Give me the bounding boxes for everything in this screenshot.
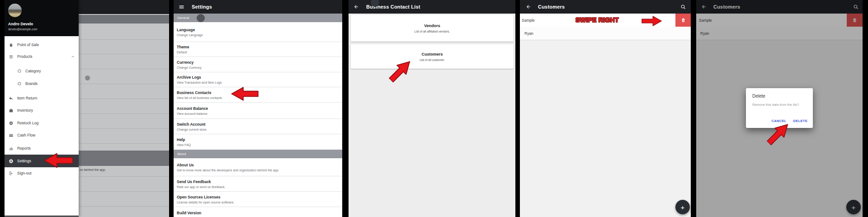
- row-title: Language: [177, 28, 342, 32]
- sidebar-item-label: Reports: [17, 146, 31, 151]
- row-title: Build Version: [177, 211, 342, 215]
- panel-delete-dialog: Customers Sample Ryan + Delete Remove th…: [696, 0, 863, 217]
- row-title: Open Sources Licenses: [177, 195, 342, 199]
- back-arrow-icon[interactable]: [526, 4, 531, 9]
- logout-icon: [9, 171, 14, 176]
- radio-icon: [17, 81, 22, 86]
- back-arrow-icon[interactable]: [354, 4, 359, 9]
- settings-row-archive-logs[interactable]: Archive Logs View Transaction and Item L…: [174, 72, 342, 87]
- settings-row-help[interactable]: Help View FAQ: [174, 134, 342, 150]
- page-title: Customers: [538, 4, 565, 9]
- sidebar-item-label: Restock Log: [17, 121, 38, 125]
- drawer-profile-header: Andro Develo develo@example.com: [5, 0, 79, 36]
- row-subtitle: Default: [177, 51, 342, 54]
- row-subtitle: View list of all business contacts.: [177, 96, 342, 99]
- row-title: Business Contacts: [177, 90, 342, 95]
- sidebar-item-products[interactable]: Products: [5, 50, 79, 63]
- chart-icon: [9, 146, 14, 151]
- swipe-right-hint-text: SWIPE RIGHT: [576, 16, 619, 24]
- list-icon: [9, 54, 14, 59]
- dialog-message: Remove this data from the list?: [752, 103, 799, 107]
- row-subtitle: View FAQ: [177, 143, 342, 146]
- bag-icon: [9, 42, 14, 47]
- add-customer-fab[interactable]: +: [675, 200, 690, 214]
- row-title: Archive Logs: [177, 75, 342, 80]
- gear-icon: [9, 159, 14, 164]
- customer-row-ryan[interactable]: Ryan: [520, 27, 691, 40]
- touch-indicator-dot: [85, 75, 90, 80]
- sidebar-item-item-return[interactable]: Item Return: [5, 92, 79, 104]
- sidebar-item-label: Inventory: [17, 108, 33, 113]
- profile-name: Andro Develo: [8, 22, 33, 26]
- touch-indicator-dot: [197, 14, 205, 22]
- card-subtitle: List of all customer.: [420, 58, 445, 61]
- sidebar-item-label: Sign-out: [17, 171, 32, 175]
- customer-name: Ryan: [524, 31, 533, 36]
- delete-button[interactable]: DELETE: [793, 119, 807, 123]
- search-icon[interactable]: [680, 4, 686, 10]
- section-header-about: About: [174, 150, 342, 158]
- settings-row-language[interactable]: Language Change Language: [174, 22, 342, 42]
- radio-icon: [17, 69, 22, 73]
- avatar: [8, 4, 22, 17]
- row-subtitle: View Transaction and Item Logs: [177, 81, 342, 84]
- panel-drawer: on behind the app. Andro Develo develo@e…: [5, 0, 169, 217]
- sidebar-item-sign-out[interactable]: Sign-out: [5, 167, 79, 179]
- settings-row-about-us[interactable]: About Us Get to know more about the deve…: [174, 158, 342, 176]
- briefcase-icon: [9, 108, 14, 113]
- navigation-drawer: Andro Develo develo@example.com Point of…: [5, 0, 79, 217]
- sidebar-item-point-of-sale[interactable]: Point of Sale: [5, 38, 79, 51]
- card-subtitle: List of all affiliated vendors.: [415, 30, 450, 33]
- sidebar-item-label: Point of Sale: [17, 42, 39, 47]
- panel-business-contacts: Business Contact List Vendors List of al…: [349, 0, 515, 217]
- sidebar-item-cash-flow[interactable]: Cash Flow: [5, 129, 79, 142]
- row-subtitle: Get to know more about the developers an…: [177, 169, 342, 172]
- chevron-up-icon: [71, 55, 75, 59]
- card-title: Vendors: [424, 24, 440, 28]
- row-title: Switch Account: [177, 122, 342, 127]
- settings-row-account-balance[interactable]: Account Balance View account balance: [174, 103, 342, 119]
- settings-row-open-sources-licenses[interactable]: Open Sources Licenses License details fo…: [174, 192, 342, 207]
- page-title: Settings: [192, 4, 212, 9]
- appbar: Customers: [520, 0, 691, 14]
- customers-card[interactable]: Customers List of all customer.: [351, 44, 514, 69]
- settings-row-build-version[interactable]: Build Version: [174, 207, 342, 217]
- sidebar-item-category[interactable]: Category: [5, 65, 79, 77]
- row-title: Help: [177, 137, 342, 142]
- settings-row-send-us-feedback[interactable]: Send Us Feedback Rate our app or send us…: [174, 176, 342, 192]
- dialog-actions: CANCEL DELETE: [772, 119, 807, 123]
- customer-name: Sample: [522, 18, 535, 23]
- row-subtitle: Change current store.: [177, 128, 342, 131]
- sidebar-item-inventory[interactable]: Inventory: [5, 104, 79, 117]
- settings-row-theme[interactable]: Theme Default: [174, 42, 342, 57]
- sidebar-item-label: Settings: [17, 159, 31, 163]
- sidebar-item-label: Cash Flow: [17, 133, 35, 137]
- tutorial-arrow-settings: [44, 153, 73, 168]
- sidebar-item-label: Brands: [25, 81, 38, 86]
- appbar: Settings: [174, 0, 342, 14]
- panel-customers: Customers Sample Ryan SWIPE RIGHT +: [520, 0, 691, 217]
- row-title: Currency: [177, 60, 342, 65]
- row-subtitle: Rate our app or send us feedback.: [177, 185, 342, 189]
- sidebar-item-brands[interactable]: Brands: [5, 77, 79, 90]
- row-subtitle: Change Language: [177, 33, 342, 37]
- panel-settings: Settings General Language Change Languag…: [174, 0, 342, 217]
- vendors-card[interactable]: Vendors List of all affiliated vendors.: [351, 15, 514, 42]
- row-subtitle: Change Currency: [177, 66, 342, 69]
- profile-email: develo@example.com: [8, 28, 37, 31]
- row-title: About Us: [177, 163, 342, 167]
- row-subtitle: View account balance: [177, 112, 342, 115]
- trash-icon: [681, 18, 686, 23]
- row-title: Send Us Feedback: [177, 179, 342, 184]
- return-icon: [9, 96, 14, 101]
- settings-row-switch-account[interactable]: Switch Account Change current store.: [174, 119, 342, 134]
- row-title: Account Balance: [177, 106, 342, 111]
- tutorial-arrow-business-contacts: [231, 87, 259, 101]
- hamburger-menu-icon[interactable]: [179, 4, 184, 10]
- tutorial-arrow-swipe: [638, 16, 666, 26]
- add-circle-icon: [9, 121, 14, 126]
- sidebar-item-label: Products: [17, 54, 33, 59]
- settings-row-currency[interactable]: Currency Change Currency: [174, 57, 342, 72]
- delete-swipe-action[interactable]: [675, 14, 691, 27]
- sidebar-item-restock-log[interactable]: Restock Log: [5, 117, 79, 129]
